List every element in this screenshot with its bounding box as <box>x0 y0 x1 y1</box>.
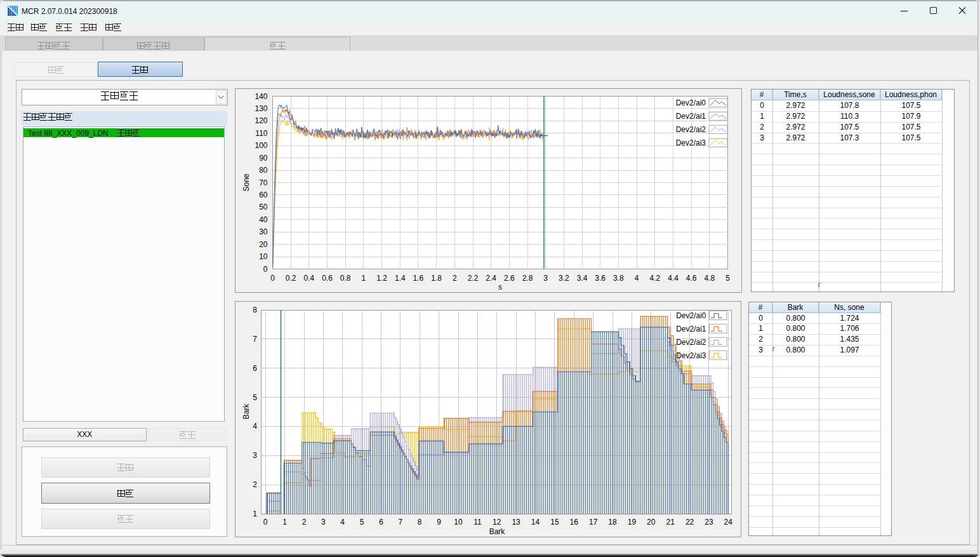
svg-text:2.4: 2.4 <box>486 274 496 283</box>
svg-text:30: 30 <box>259 227 268 236</box>
svg-text:0.8: 0.8 <box>340 274 351 283</box>
svg-text:9: 9 <box>437 518 441 527</box>
svg-text:10: 10 <box>454 518 463 527</box>
svg-text:5: 5 <box>253 393 257 402</box>
svg-text:1.2: 1.2 <box>376 274 387 283</box>
svg-text:3.2: 3.2 <box>559 274 569 283</box>
svg-text:23: 23 <box>705 518 713 527</box>
svg-text:70: 70 <box>259 178 268 187</box>
svg-text:7: 7 <box>253 335 257 344</box>
svg-text:3.6: 3.6 <box>595 274 606 283</box>
svg-text:24: 24 <box>724 518 733 527</box>
svg-text:18: 18 <box>608 518 617 527</box>
svg-text:90: 90 <box>259 154 268 163</box>
svg-text:6: 6 <box>253 364 257 373</box>
svg-text:14: 14 <box>531 518 540 527</box>
svg-text:Bark: Bark <box>242 403 251 420</box>
svg-text:2.8: 2.8 <box>522 274 533 283</box>
svg-text:4: 4 <box>340 518 345 527</box>
svg-text:Dev2/ai0: Dev2/ai0 <box>676 311 706 320</box>
svg-text:Dev2/ai0: Dev2/ai0 <box>676 98 706 107</box>
svg-text:2: 2 <box>253 480 257 489</box>
svg-text:Dev2/ai1: Dev2/ai1 <box>676 325 706 333</box>
svg-text:8: 8 <box>253 305 257 314</box>
svg-text:5: 5 <box>360 518 364 527</box>
svg-text:120: 120 <box>255 116 267 125</box>
svg-text:Dev2/ai1: Dev2/ai1 <box>676 112 706 121</box>
svg-text:4: 4 <box>253 422 257 431</box>
svg-text:4.8: 4.8 <box>704 274 715 283</box>
svg-text:3: 3 <box>321 518 326 527</box>
svg-text:0.4: 0.4 <box>304 274 315 283</box>
svg-text:50: 50 <box>259 203 268 211</box>
svg-text:Dev2/ai2: Dev2/ai2 <box>676 338 706 347</box>
svg-text:60: 60 <box>259 191 268 199</box>
svg-text:21: 21 <box>666 518 675 527</box>
svg-text:Dev2/ai3: Dev2/ai3 <box>676 138 706 147</box>
svg-text:1.4: 1.4 <box>395 274 406 283</box>
svg-text:6: 6 <box>379 518 383 527</box>
svg-text:19: 19 <box>628 518 637 527</box>
svg-text:4: 4 <box>635 274 639 283</box>
svg-text:0: 0 <box>263 265 268 274</box>
svg-text:20: 20 <box>647 518 656 527</box>
svg-text:1.8: 1.8 <box>431 274 442 283</box>
svg-text:2.6: 2.6 <box>504 274 515 283</box>
svg-text:100: 100 <box>255 141 267 150</box>
svg-text:22: 22 <box>685 518 694 527</box>
svg-text:0: 0 <box>270 274 275 283</box>
svg-text:1: 1 <box>282 518 287 527</box>
svg-text:s: s <box>498 283 502 292</box>
svg-text:3.8: 3.8 <box>613 274 624 283</box>
svg-text:11: 11 <box>473 518 482 527</box>
svg-text:3: 3 <box>253 451 257 460</box>
svg-text:3: 3 <box>543 274 548 283</box>
svg-text:2: 2 <box>453 274 457 283</box>
svg-text:7: 7 <box>399 518 403 527</box>
svg-text:40: 40 <box>259 215 268 224</box>
svg-text:0.2: 0.2 <box>286 274 296 283</box>
svg-text:Dev2/ai3: Dev2/ai3 <box>676 351 706 360</box>
svg-text:8: 8 <box>418 518 422 527</box>
svg-text:20: 20 <box>259 240 268 249</box>
svg-text:13: 13 <box>512 518 520 527</box>
svg-text:4.2: 4.2 <box>649 274 660 283</box>
svg-text:12: 12 <box>493 518 501 527</box>
svg-text:4.4: 4.4 <box>668 274 679 283</box>
svg-text:15: 15 <box>550 518 559 527</box>
svg-text:1: 1 <box>362 274 366 283</box>
svg-text:4.6: 4.6 <box>686 274 697 283</box>
svg-text:130: 130 <box>255 104 267 113</box>
svg-text:5: 5 <box>725 274 730 283</box>
svg-text:3.4: 3.4 <box>577 274 588 283</box>
svg-text:Bark: Bark <box>489 527 506 536</box>
svg-text:0: 0 <box>263 518 268 527</box>
svg-text:10: 10 <box>259 252 268 261</box>
svg-text:16: 16 <box>570 518 579 527</box>
svg-text:1: 1 <box>253 509 257 518</box>
svg-text:2.2: 2.2 <box>468 274 479 283</box>
svg-text:110: 110 <box>255 129 267 138</box>
svg-text:140: 140 <box>255 92 267 101</box>
svg-text:Sone: Sone <box>242 173 251 191</box>
svg-text:0.6: 0.6 <box>322 274 333 283</box>
svg-text:2: 2 <box>302 518 307 527</box>
svg-text:Dev2/ai2: Dev2/ai2 <box>676 125 706 134</box>
svg-text:80: 80 <box>259 166 268 175</box>
svg-text:17: 17 <box>589 518 598 527</box>
svg-text:1.6: 1.6 <box>413 274 424 283</box>
